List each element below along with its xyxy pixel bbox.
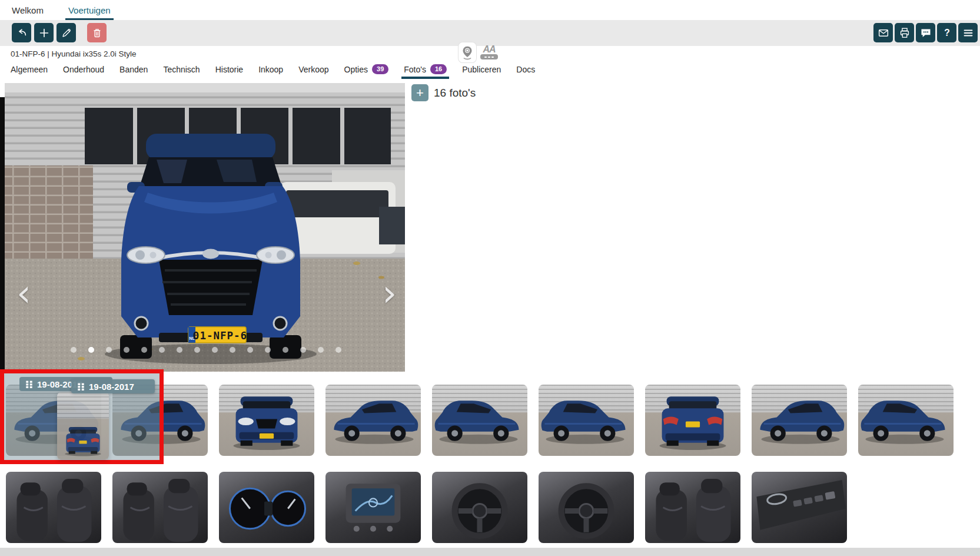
window-tab-label: Welkom	[12, 5, 44, 15]
vehicle-title: 01-NFP-6 | Hyundai ix35s 2.0i Style	[11, 49, 137, 58]
photo-grid-row-2	[6, 472, 847, 543]
photo-thumb-6[interactable]	[539, 385, 634, 456]
nav-tab-label: Banden	[119, 65, 148, 74]
delete-button[interactable]	[87, 23, 107, 42]
carousel-dot[interactable]	[247, 347, 253, 353]
photo-count-label: 16 foto's	[434, 87, 476, 100]
tab-opties[interactable]: Opties 39	[344, 64, 389, 79]
nav-tab-label: Inkoop	[258, 65, 283, 74]
drag-highlight-box: 19-08-2017 19-08-2017	[0, 369, 164, 464]
tab-fotos[interactable]: Foto's 16	[404, 64, 447, 79]
photo-date-text: 19-08-2017	[89, 382, 134, 392]
carousel-dot[interactable]	[265, 347, 271, 353]
carousel-dot[interactable]	[318, 347, 324, 353]
dragged-photo-ghost[interactable]	[57, 392, 109, 459]
vehicle-photo-front: NL 01-NFP-6	[5, 83, 405, 372]
carousel-dot[interactable]	[88, 347, 94, 353]
carousel-dot[interactable]	[300, 347, 306, 353]
menu-button[interactable]	[958, 23, 978, 42]
tab-welkom[interactable]: Welkom	[12, 0, 44, 20]
nav-tab-label: Foto's	[404, 65, 426, 74]
carousel-dot[interactable]	[212, 347, 218, 353]
photo-thumb-13[interactable]	[325, 472, 421, 543]
tab-publiceren[interactable]: Publiceren	[462, 65, 501, 79]
photo-carousel[interactable]: NL 01-NFP-6 ‹ ›	[5, 83, 405, 372]
photo-thumb-12[interactable]	[219, 472, 314, 543]
carousel-dot[interactable]	[124, 347, 129, 353]
toolbar-button-icon	[919, 27, 932, 39]
aa-lease-logo-icon[interactable]: AA	[479, 42, 499, 62]
photo-thumb-7[interactable]	[645, 385, 740, 456]
tab-onderhoud[interactable]: Onderhoud	[63, 65, 104, 79]
carousel-dot[interactable]	[159, 347, 165, 353]
add-photo-button[interactable]: +	[411, 84, 428, 101]
tab-algemeen[interactable]: Algemeen	[11, 65, 48, 79]
tab-docs[interactable]: Docs	[516, 65, 535, 79]
add-vehicle-button[interactable]	[34, 23, 54, 42]
toolbar-left-group	[12, 23, 107, 42]
vehicle-badge-icons: AA	[459, 42, 499, 62]
carousel-dot[interactable]	[71, 347, 77, 353]
photo-thumb-8[interactable]	[752, 385, 847, 456]
tab-banden[interactable]: Banden	[119, 65, 148, 79]
carousel-dot[interactable]	[141, 347, 147, 353]
drag-handle-icon[interactable]	[25, 380, 33, 389]
tab-voertuigen[interactable]: Voertuigen	[68, 0, 111, 20]
tab-technisch[interactable]: Technisch	[163, 65, 200, 79]
carousel-dot[interactable]	[230, 347, 235, 353]
svg-text:01-NFP-6: 01-NFP-6	[193, 330, 247, 342]
photo-thumb-14[interactable]	[432, 472, 527, 543]
nav-tab-badge: 39	[372, 64, 388, 74]
toolbar-button-icon	[38, 27, 51, 39]
toolbar-button-icon	[898, 27, 911, 39]
help-button[interactable]	[937, 23, 956, 42]
carousel-dots	[71, 347, 341, 353]
print-button[interactable]	[895, 23, 914, 42]
location-pin-icon[interactable]	[459, 42, 476, 62]
toolbar-button-icon	[962, 27, 975, 39]
nav-tab-label: Opties	[344, 65, 368, 74]
carousel-dot[interactable]	[283, 347, 288, 353]
back-button[interactable]	[12, 23, 31, 42]
carousel-dot[interactable]	[335, 347, 341, 353]
aa-logo-text: AA	[483, 45, 495, 54]
window-tab-label: Voertuigen	[68, 5, 111, 15]
carousel-next-button[interactable]: ›	[382, 275, 397, 312]
photo-thumb-15[interactable]	[539, 472, 634, 543]
nav-tab-label: Historie	[215, 65, 243, 74]
bottom-scrollbar[interactable]	[0, 548, 980, 556]
nav-tab-label: Verkoop	[298, 65, 328, 74]
toolbar-button-icon	[941, 27, 954, 39]
nav-tab-label: Technisch	[163, 65, 200, 74]
chat-button[interactable]	[916, 23, 935, 42]
photo-thumb-9[interactable]	[858, 385, 954, 456]
nav-tab-badge: 16	[430, 64, 447, 74]
toolbar-button-icon	[60, 27, 73, 39]
nav-tab-label: Onderhoud	[63, 65, 104, 74]
photo-thumb-3[interactable]	[219, 385, 314, 456]
photo-thumb-17[interactable]	[752, 472, 847, 543]
tab-verkoop[interactable]: Verkoop	[298, 65, 328, 79]
drag-handle-icon[interactable]	[77, 382, 85, 391]
carousel-dot[interactable]	[106, 347, 112, 353]
tab-inkoop[interactable]: Inkoop	[258, 65, 283, 79]
carousel-dot[interactable]	[177, 347, 182, 353]
edit-button[interactable]	[57, 23, 76, 42]
license-plate: NL 01-NFP-6	[188, 327, 247, 343]
photo-thumb-4[interactable]	[325, 385, 421, 456]
mail-button[interactable]	[873, 23, 893, 42]
photo-date-label-dragged: 19-08-2017	[71, 379, 155, 393]
toolbar-right-group	[873, 23, 978, 42]
vehicle-management-app: Welkom Voertuigen	[0, 0, 980, 556]
photo-thumb-16[interactable]	[645, 472, 740, 543]
nav-tab-label: Docs	[516, 65, 535, 74]
photo-thumb-11[interactable]	[112, 472, 208, 543]
carousel-edge-strip	[0, 97, 5, 372]
vehicle-nav-tabs: Algemeen Onderhoud Banden Technisch Hist…	[11, 64, 535, 79]
photo-thumb-10[interactable]	[6, 472, 101, 543]
carousel-dot[interactable]	[194, 347, 200, 353]
window-tab-strip: Welkom Voertuigen	[0, 0, 980, 20]
carousel-prev-button[interactable]: ‹	[16, 275, 31, 312]
photo-thumb-5[interactable]	[432, 385, 527, 456]
tab-historie[interactable]: Historie	[215, 65, 243, 79]
